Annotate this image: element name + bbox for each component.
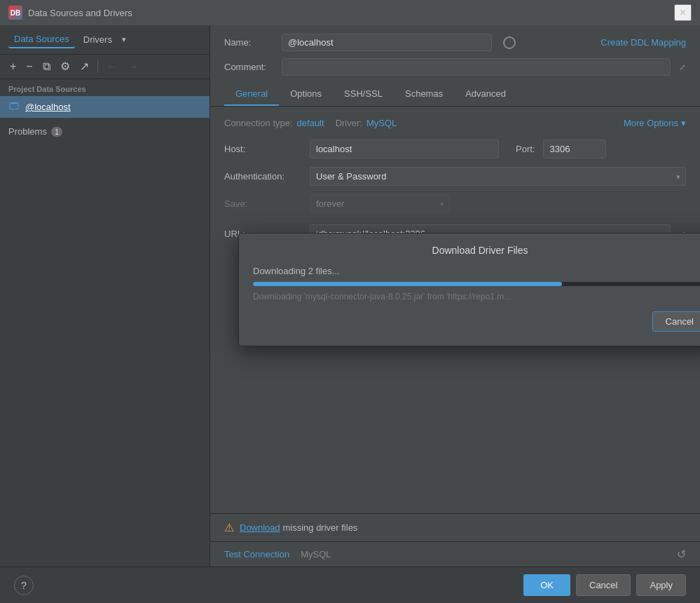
main-content: Data Sources Drivers ▾ + − ⧉ ⚙ ↗ ← → Pro… xyxy=(0,25,700,567)
name-row: Name: Create DDL Mapping xyxy=(224,34,686,51)
download-dialog-title: Download Driver Files xyxy=(253,245,700,256)
apply-button[interactable]: Apply xyxy=(636,574,686,596)
remove-button[interactable]: − xyxy=(23,60,35,74)
tab-drivers[interactable]: Drivers xyxy=(78,32,118,48)
progress-bar-background xyxy=(253,282,700,286)
comment-row: Comment: ⤢ xyxy=(224,58,686,76)
tabs-dropdown-icon: ▾ xyxy=(122,35,126,44)
right-header: Name: Create DDL Mapping Comment: ⤢ Gene… xyxy=(210,25,700,107)
tab-general[interactable]: General xyxy=(224,83,279,106)
left-panel: Data Sources Drivers ▾ + − ⧉ ⚙ ↗ ← → Pro… xyxy=(0,25,210,567)
toolbar-separator xyxy=(97,60,98,73)
driver-label: Driver: xyxy=(336,118,362,128)
test-connection-row: Test Connection MySQL ↺ xyxy=(210,541,700,567)
add-button[interactable]: + xyxy=(7,60,19,74)
datasource-label: @localhost xyxy=(25,102,71,112)
test-connection-db: MySQL xyxy=(301,549,331,560)
circle-indicator-icon xyxy=(503,36,516,49)
ok-button[interactable]: OK xyxy=(523,574,570,596)
dialog-title: Data Sources and Drivers xyxy=(28,8,132,18)
auth-row: Authentication: User & Password No auth … xyxy=(224,167,686,186)
bottom-bar: ? OK Cancel Apply xyxy=(0,567,700,603)
warning-text: Download missing driver files xyxy=(240,522,357,533)
warning-after-text: missing driver files xyxy=(282,522,357,533)
auth-select[interactable]: User & Password No auth SSH tunnel SSL xyxy=(310,167,686,186)
name-input[interactable] xyxy=(282,34,492,51)
create-ddl-link[interactable]: Create DDL Mapping xyxy=(601,37,686,48)
download-file-text: Downloading 'mysql-connector-java-8.0.25… xyxy=(253,292,700,302)
forward-button[interactable]: → xyxy=(125,59,142,74)
tabs-nav: General Options SSH/SSL Schemas Advanced xyxy=(224,83,686,106)
host-input[interactable] xyxy=(310,140,499,158)
warning-icon: ⚠ xyxy=(224,521,234,534)
datasource-icon xyxy=(8,100,20,114)
conn-type-value: default xyxy=(297,118,324,128)
problems-badge: 1 xyxy=(51,127,62,137)
datasource-item-localhost[interactable]: @localhost xyxy=(0,96,210,118)
auth-select-wrapper: User & Password No auth SSH tunnel SSL ▾ xyxy=(310,167,686,186)
copy-button[interactable]: ⧉ xyxy=(40,60,53,74)
comment-label: Comment: xyxy=(224,62,273,72)
save-select[interactable]: forever xyxy=(310,194,450,213)
download-cancel-button[interactable]: Cancel xyxy=(652,311,700,332)
conn-type-info: Connection type: default Driver: MySQL xyxy=(224,118,397,128)
port-label: Port: xyxy=(516,144,535,154)
toolbar: + − ⧉ ⚙ ↗ ← → xyxy=(0,55,210,79)
section-header: Project Data Sources xyxy=(0,79,210,96)
download-dialog: Download Driver Files Downloading 2 file… xyxy=(238,233,700,346)
help-button[interactable]: ? xyxy=(14,576,34,595)
comment-input[interactable] xyxy=(282,58,671,76)
save-select-wrapper: forever ▾ xyxy=(310,194,450,213)
cancel-button[interactable]: Cancel xyxy=(576,574,631,596)
tab-schemas[interactable]: Schemas xyxy=(394,83,454,106)
left-panel-tabs: Data Sources Drivers ▾ xyxy=(0,25,210,55)
save-row: Save: forever ▾ xyxy=(224,194,686,213)
test-connection-button[interactable]: Test Connection xyxy=(224,549,289,560)
comment-expand-icon[interactable]: ⤢ xyxy=(679,62,686,72)
svg-point-0 xyxy=(10,102,18,104)
download-status-text: Downloading 2 files... xyxy=(253,266,700,276)
title-bar: DB Data Sources and Drivers × xyxy=(0,0,700,25)
download-missing-link[interactable]: Download xyxy=(240,522,280,533)
problems-label: Problems xyxy=(8,126,47,137)
refresh-icon[interactable]: ↺ xyxy=(677,548,686,561)
tab-data-sources[interactable]: Data Sources xyxy=(8,31,75,48)
host-label: Host: xyxy=(224,144,301,154)
conn-type-label: Connection type: xyxy=(224,118,293,128)
more-options-arrow-icon: ▾ xyxy=(681,118,686,128)
tab-advanced[interactable]: Advanced xyxy=(454,83,517,106)
progress-bar-fill xyxy=(253,282,562,286)
warning-row: ⚠ Download missing driver files xyxy=(210,513,700,541)
host-port-row: Host: Port: xyxy=(224,140,686,158)
back-button[interactable]: ← xyxy=(104,59,121,74)
main-dialog: DB Data Sources and Drivers × Data Sourc… xyxy=(0,0,700,603)
right-panel: Name: Create DDL Mapping Comment: ⤢ Gene… xyxy=(210,25,700,567)
more-options-button[interactable]: More Options ▾ xyxy=(624,118,686,128)
connection-type-row: Connection type: default Driver: MySQL M… xyxy=(224,118,686,128)
port-input[interactable] xyxy=(543,140,606,158)
driver-value: MySQL xyxy=(366,118,397,128)
tab-options[interactable]: Options xyxy=(279,83,333,106)
problems-section: Problems 1 xyxy=(0,121,210,142)
bottom-actions: OK Cancel Apply xyxy=(523,574,686,596)
export-button[interactable]: ↗ xyxy=(77,60,92,74)
auth-label: Authentication: xyxy=(224,171,301,182)
close-button[interactable]: × xyxy=(674,4,692,21)
title-bar-left: DB Data Sources and Drivers xyxy=(8,6,132,20)
tab-ssh-ssl[interactable]: SSH/SSL xyxy=(333,83,394,106)
tab-general-content: Connection type: default Driver: MySQL M… xyxy=(210,107,700,513)
download-actions: Cancel xyxy=(253,311,700,332)
settings-button[interactable]: ⚙ xyxy=(57,60,73,74)
app-icon: DB xyxy=(8,6,22,20)
save-label: Save: xyxy=(224,198,301,209)
name-label: Name: xyxy=(224,37,273,48)
